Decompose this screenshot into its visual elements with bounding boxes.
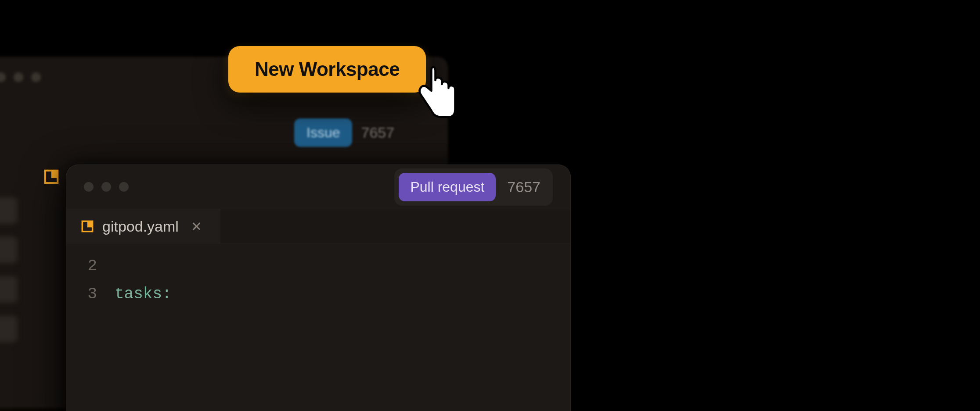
new-workspace-button[interactable]: New Workspace — [228, 46, 426, 93]
svg-rect-3 — [87, 221, 93, 227]
tab-close-icon[interactable]: ✕ — [187, 217, 205, 236]
pull-request-cluster[interactable]: Pull request 7657 — [394, 168, 553, 206]
traffic-light-dot — [0, 72, 6, 82]
code-editor[interactable]: 2 3 tasks: — [66, 244, 570, 313]
traffic-lights — [84, 182, 129, 192]
line-number: 3 — [66, 285, 115, 303]
sidebar-square — [0, 237, 18, 263]
sidebar-square — [0, 197, 18, 224]
traffic-light-dot — [119, 182, 129, 192]
tab-filename: gitpod.yaml — [102, 218, 179, 235]
traffic-light-dot — [84, 182, 94, 192]
traffic-light-dot — [31, 72, 41, 82]
traffic-light-dot — [14, 72, 23, 82]
gitpod-icon — [44, 169, 59, 186]
editor-window: Pull request 7657 gitpod.yaml ✕ 2 3 task… — [66, 164, 571, 411]
issue-badge[interactable]: Issue — [294, 118, 352, 147]
editor-tabbar: gitpod.yaml ✕ — [66, 209, 570, 244]
code-line: 2 — [66, 257, 570, 285]
editor-tab[interactable]: gitpod.yaml ✕ — [66, 209, 220, 243]
code-line: 3 tasks: — [66, 285, 570, 313]
pull-request-number: 7657 — [507, 179, 540, 196]
traffic-light-dot — [101, 182, 111, 192]
sidebar-blur — [0, 184, 44, 355]
pull-request-badge[interactable]: Pull request — [399, 173, 496, 201]
line-number: 2 — [66, 257, 115, 275]
sidebar-square — [0, 316, 18, 342]
issue-number: 7657 — [361, 124, 394, 141]
issue-badge-cluster: Issue 7657 — [294, 118, 954, 147]
svg-rect-1 — [51, 171, 58, 178]
window-titlebar-front: Pull request 7657 — [66, 165, 570, 209]
traffic-lights — [0, 72, 41, 82]
sidebar-square — [0, 276, 18, 303]
gitpod-file-icon — [81, 220, 94, 232]
line-content: tasks: — [115, 285, 172, 303]
